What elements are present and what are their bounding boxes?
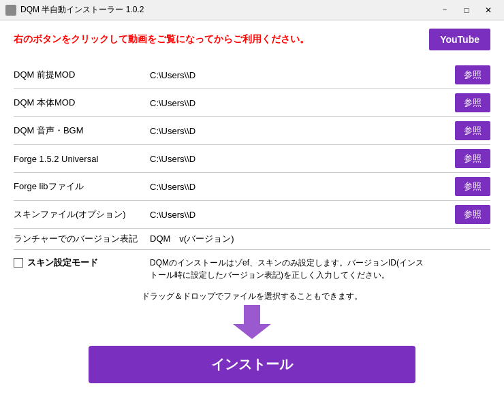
browse-button-0[interactable]: 参照 [455,65,490,84]
title-bar-controls: － □ ✕ [435,3,499,17]
row-forge-lib: Forge libファイル C:\Users\\D 参照 [14,173,490,201]
browse-button-2[interactable]: 参照 [455,121,490,140]
down-arrow-icon [232,305,272,339]
row-dqm-prerequisite: DQM 前提MOD C:\Users\\D 参照 [14,61,490,89]
row-path-5: C:\Users\\D [150,210,452,220]
row-skin-file: スキンファイル(オプション) C:\Users\\D 参照 [14,201,490,229]
top-row: 右のボタンをクリックして動画をご覧になってからご利用ください。 YouTube [14,29,490,50]
close-button[interactable]: ✕ [478,3,499,17]
title-text: DQM 半自動インストーラー 1.0.2 [20,4,144,16]
version-value: DQM v(バージョン) [150,233,234,245]
arrow-area: ドラッグ＆ドロップでファイルを選択することもできます。 [14,285,490,342]
skin-mode-row: スキン設定モード DQMのインストールはゾef、スキンのみ設定します。バージョン… [14,250,490,285]
file-rows-container: DQM 前提MOD C:\Users\\D 参照 DQM 本体MOD C:\Us… [14,61,490,229]
version-label: ランチャーでのバージョン表記 [14,233,150,245]
title-bar-left: DQM 半自動インストーラー 1.0.2 [5,4,144,16]
youtube-button[interactable]: YouTube [429,29,490,50]
row-path-2: C:\Users\\D [150,126,452,136]
row-dqm-main: DQM 本体MOD C:\Users\\D 参照 [14,89,490,117]
row-label-3: Forge 1.5.2 Universal [14,154,150,164]
app-icon [5,5,16,16]
row-label-0: DQM 前提MOD [14,69,150,81]
skin-mode-checkbox[interactable] [14,258,23,268]
row-path-3: C:\Users\\D [150,154,452,164]
browse-button-4[interactable]: 参照 [455,177,490,196]
skin-mode-label: スキン設定モード [27,257,98,269]
main-content: 右のボタンをクリックして動画をご覧になってからご利用ください。 YouTube … [0,20,504,391]
row-forge-universal: Forge 1.5.2 Universal C:\Users\\D 参照 [14,145,490,173]
minimize-button[interactable]: － [435,3,455,17]
row-label-2: DQM 音声・BGM [14,125,150,137]
install-button[interactable]: インストール [89,346,415,383]
row-path-1: C:\Users\\D [150,98,452,108]
maximize-button[interactable]: □ [456,3,477,17]
instruction-text: 右のボタンをクリックして動画をご覧になってからご利用ください。 [14,33,309,46]
row-label-5: スキンファイル(オプション) [14,208,150,221]
svg-marker-0 [233,305,271,339]
row-label-1: DQM 本体MOD [14,97,150,109]
row-label-4: Forge libファイル [14,180,150,193]
browse-button-3[interactable]: 参照 [455,149,490,168]
install-btn-wrap: インストール [14,346,490,383]
row-dqm-audio: DQM 音声・BGM C:\Users\\D 参照 [14,117,490,145]
row-path-4: C:\Users\\D [150,182,452,192]
browse-button-5[interactable]: 参照 [455,205,490,224]
browse-button-1[interactable]: 参照 [455,93,490,112]
row-path-0: C:\Users\\D [150,70,452,80]
version-row: ランチャーでのバージョン表記 DQM v(バージョン) [14,229,490,250]
title-bar: DQM 半自動インストーラー 1.0.2 － □ ✕ [0,0,504,20]
skin-mode-left: スキン設定モード [14,257,150,269]
skin-mode-description: DQMのインストールはゾef、スキンのみ設定します。バージョンID(インストール… [150,257,424,281]
drag-drop-text: ドラッグ＆ドロップでファイルを選択することもできます。 [14,291,490,302]
